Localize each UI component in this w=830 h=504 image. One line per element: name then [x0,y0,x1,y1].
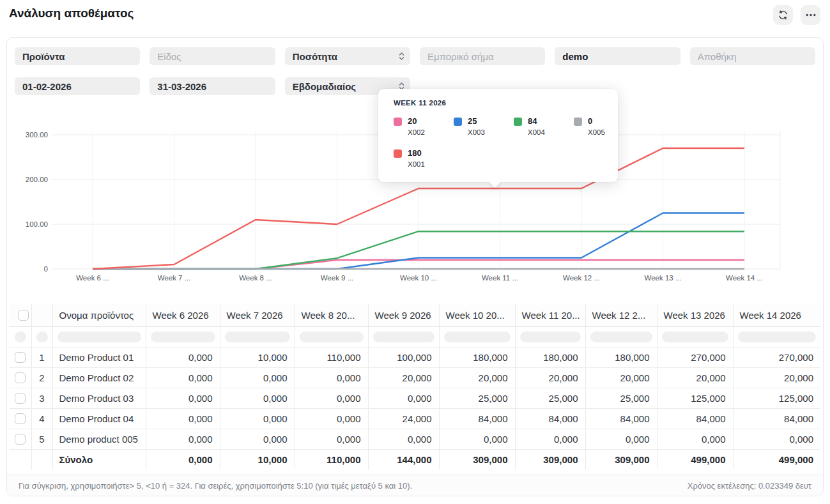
week-column-header[interactable]: Week 8 20... [295,304,368,326]
filter-input-text: Είδος [157,51,181,62]
column-filter-input[interactable] [15,332,26,342]
column-filter-input[interactable] [373,332,434,342]
filter-input-text: Αποθήκη [698,51,737,62]
x-axis-tick: Week 9 ... [321,274,354,282]
stock-table: Ονομα προϊόντοςWeek 6 2026Week 7 2026Wee… [10,304,820,470]
week-column-header[interactable]: Week 9 2026 [368,304,439,326]
value-cell: 180,000 [439,347,515,367]
value-cell: 20,000 [368,367,439,388]
column-filter-input[interactable] [520,332,581,342]
tooltip-item: 25X003 [454,116,514,136]
tooltip-item: 20X002 [394,116,454,136]
week-column-header[interactable]: Week 14 2026 [733,304,820,326]
tooltip-item: 0X005 [574,116,634,136]
column-filter-input[interactable] [662,332,728,342]
row-checkbox[interactable] [15,352,26,363]
filter-input-warehouse[interactable]: Αποθήκη [690,47,815,65]
value-cell: 0,000 [295,388,368,408]
tooltip-item-value: 20 [408,116,425,126]
more-options-button[interactable] [801,5,820,25]
ellipsis-icon [806,13,816,17]
value-cell: 84,000 [733,408,820,429]
x-axis-tick: Week 13 ... [645,274,682,282]
column-filter-input[interactable] [300,332,364,342]
tooltip-item-text: 84X004 [528,116,545,136]
value-cell: 20,000 [733,367,820,388]
tooltip-item-value: 84 [528,116,545,126]
value-cell: 0,000 [220,388,295,408]
column-filter-input[interactable] [444,332,511,342]
week-column-header[interactable]: Week 13 2026 [657,304,733,326]
table-header-row: Ονομα προϊόντοςWeek 6 2026Week 7 2026Wee… [10,304,820,326]
filter-input-text: 01-02-2026 [22,81,72,92]
tooltip-item-label: X002 [408,128,425,136]
column-filter-input[interactable] [225,332,290,342]
filter-input-products[interactable]: Προϊόντα [15,47,140,65]
filter-cell [146,326,220,347]
filter-input-search[interactable]: demo [555,47,680,65]
column-filter-input[interactable] [151,332,215,342]
tooltip-item-label: X004 [528,128,545,136]
filter-cell-index [31,326,52,347]
column-filter-input[interactable] [58,332,141,342]
row-checkbox[interactable] [15,372,26,383]
row-checkbox[interactable] [15,413,26,424]
filter-input-date-from[interactable]: 01-02-2026 [15,77,140,95]
column-filter-row [10,326,820,347]
total-value-cell: 499,000 [733,449,820,470]
filter-input-brand[interactable]: Εμπορικό σήμα [420,47,545,65]
filter-input-kind[interactable]: Είδος [150,47,275,65]
week-column-header[interactable]: Week 11 20... [515,304,585,326]
row-checkbox[interactable] [15,434,26,445]
value-cell: 0,000 [657,429,733,449]
x-axis-tick: Week 12 ... [563,274,600,282]
tooltip-items: 20X00225X00384X0040X005180X001 [394,116,618,168]
tooltip-item-label: X005 [588,128,605,136]
value-cell: 180,000 [515,347,585,367]
tooltip-item-value: 25 [468,116,485,126]
total-label: Σύνολο [52,449,146,470]
value-cell: 125,000 [657,388,733,408]
value-cell: 20,000 [515,367,585,388]
page-title: Ανάλυση αποθέματος [9,6,134,20]
series-swatch-X002 [394,118,402,126]
filter-input-text: 31-03-2026 [157,81,206,92]
series-swatch-X005 [574,118,582,126]
x-axis-tick: Week 6 ... [76,274,109,282]
x-axis-tick: Week 10 ... [400,274,437,282]
tooltip-item-text: 180X001 [408,148,425,168]
filter-input-date-to[interactable]: 31-03-2026 [150,77,275,95]
tooltip-item-value: 180 [408,148,425,158]
week-column-header[interactable]: Week 6 2026 [146,304,220,326]
table-footer: Για σύγκριση, χρησιμοποιήστε> 5, <10 ή =… [7,475,823,496]
refresh-button[interactable] [773,5,793,25]
series-swatch-X004 [514,118,522,126]
filter-cell [657,326,733,347]
value-cell: 0,000 [368,388,439,408]
week-column-header[interactable]: Week 12 2... [585,304,657,326]
y-axis-tick: 100.00 [26,220,48,228]
value-cell: 0,000 [368,429,439,449]
value-cell: 0,000 [220,408,295,429]
chart-tooltip: WEEK 11 2026 20X00225X00384X0040X005180X… [378,89,618,182]
column-filter-input[interactable] [738,332,817,342]
column-filter-input[interactable] [36,332,48,342]
x-axis-tick: Week 7 ... [158,274,191,282]
filter-cell [52,326,146,347]
table-row: 2Demo Product 020,0000,0000,00020,00020,… [10,367,820,388]
x-axis-tick: Week 11 ... [482,274,518,282]
y-axis-tick: 0 [44,265,48,273]
value-cell: 100,000 [368,347,439,367]
column-filter-input[interactable] [590,332,652,342]
filter-input-text: Ποσότητα [293,51,337,62]
filter-cell [733,326,820,347]
name-column-header[interactable]: Ονομα προϊόντος [52,304,146,326]
value-cell: 0,000 [220,367,295,388]
tooltip-item-text: 0X005 [588,116,605,136]
select-all-checkbox[interactable] [18,310,29,321]
week-column-header[interactable]: Week 10 20... [439,304,515,326]
filter-input-quantity[interactable]: Ποσότητα [285,47,410,65]
row-index: 2 [31,367,52,388]
week-column-header[interactable]: Week 7 2026 [220,304,295,326]
row-checkbox[interactable] [15,393,26,404]
